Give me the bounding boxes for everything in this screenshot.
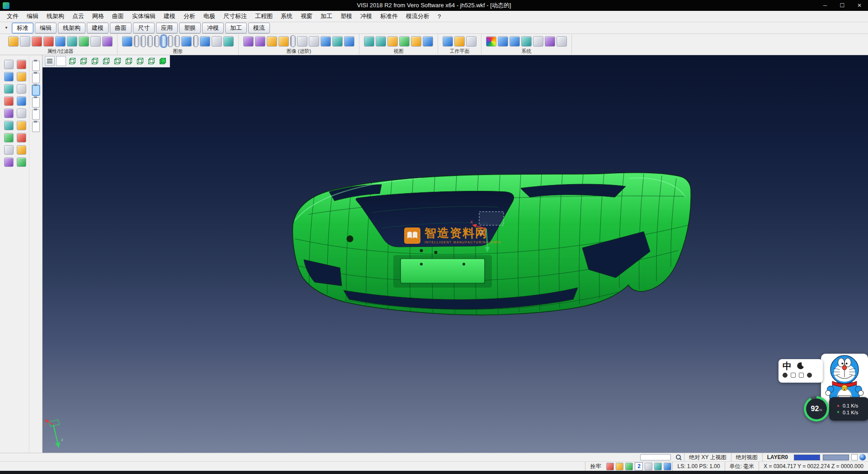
system-settings-icon[interactable] xyxy=(557,36,567,47)
clipboard-slot-4[interactable] xyxy=(32,97,40,108)
ime-settings-icon[interactable] xyxy=(807,373,812,378)
layer-bar-2-icon[interactable] xyxy=(141,35,146,47)
maximize-button[interactable]: ☐ xyxy=(834,0,851,11)
left-tool-measure-icon[interactable] xyxy=(4,133,14,142)
menu-item-点云[interactable]: 点云 xyxy=(68,11,88,21)
graphics-grid-icon[interactable] xyxy=(212,36,222,47)
view-cube-8-icon[interactable] xyxy=(146,56,156,66)
tab-建模[interactable]: 建模 xyxy=(87,23,108,33)
system-monitor-icon[interactable] xyxy=(509,36,520,47)
menu-item-工程图[interactable]: 工程图 xyxy=(251,11,277,21)
attribute-copy-icon[interactable] xyxy=(20,36,30,47)
left-tool-erase-icon[interactable] xyxy=(17,60,26,69)
hidden-line-view-icon[interactable] xyxy=(267,36,277,47)
stack-view-icon[interactable] xyxy=(297,36,307,47)
menu-item-分析[interactable]: 分析 xyxy=(179,11,199,21)
status-screen-icon[interactable] xyxy=(664,463,671,470)
tab-尺寸[interactable]: 尺寸 xyxy=(133,23,155,33)
left-tool-print3d-icon[interactable] xyxy=(4,109,14,118)
menu-item-电极[interactable]: 电极 xyxy=(199,11,219,21)
system-ramp-icon[interactable] xyxy=(545,36,555,47)
edge-view-icon[interactable] xyxy=(278,36,289,47)
status-cube-icon[interactable] xyxy=(654,463,662,470)
ime-mode-icon[interactable]: 2 xyxy=(635,462,643,470)
menu-item-文件[interactable]: 文件 xyxy=(3,11,23,21)
graphics-cells-icon[interactable] xyxy=(200,36,210,47)
menu-item-线架构[interactable]: 线架构 xyxy=(42,11,68,21)
view-cube-3-icon[interactable] xyxy=(90,56,100,66)
view-list-icon[interactable] xyxy=(45,56,55,66)
layer-manager-icon[interactable] xyxy=(102,36,113,47)
status-save-icon[interactable] xyxy=(616,463,623,470)
selection-box-icon[interactable] xyxy=(67,36,77,47)
tab-冲模[interactable]: 冲模 xyxy=(202,23,224,33)
clipboard-slot-1[interactable] xyxy=(32,61,40,71)
clipboard-slot-6[interactable] xyxy=(32,122,40,132)
element-filter-off-icon[interactable] xyxy=(43,36,54,47)
workplane-axes-icon[interactable] xyxy=(454,36,465,47)
pan-view-icon[interactable] xyxy=(364,36,374,47)
secondary-color-swatch[interactable] xyxy=(823,455,849,460)
status-printer-icon[interactable] xyxy=(645,463,652,470)
view-blank-icon[interactable] xyxy=(56,56,66,66)
tab-模流[interactable]: 模流 xyxy=(248,23,270,33)
explode-view-icon[interactable] xyxy=(344,36,354,47)
left-tool-history-icon[interactable] xyxy=(17,145,26,155)
menu-item-冲模[interactable]: 冲模 xyxy=(356,11,376,21)
tab-线架构[interactable]: 线架构 xyxy=(58,23,85,33)
viewport-3d[interactable]: 智造资料网 INTELLIGENT MANUFACTURING DATA X Z xyxy=(42,55,868,453)
left-tool-curve-icon[interactable] xyxy=(4,84,14,94)
menu-item-视窗[interactable]: 视窗 xyxy=(297,11,316,21)
search-icon[interactable] xyxy=(675,454,682,460)
zoom-view-icon[interactable] xyxy=(376,36,386,47)
section-view-icon[interactable] xyxy=(332,36,343,47)
menu-item-网格[interactable]: 网格 xyxy=(88,11,108,21)
network-speed-panel[interactable]: ▲ 0.1 K/s ▼ 0.1 K/s xyxy=(829,397,868,421)
ime-emoji-icon[interactable] xyxy=(783,373,788,378)
view-cube-2-icon[interactable] xyxy=(79,56,89,66)
view-cube-1-icon[interactable] xyxy=(67,56,77,66)
workplane-grid-icon[interactable] xyxy=(466,36,476,47)
tab-dropdown-button[interactable]: ▼ xyxy=(2,24,10,32)
wireframe-view-icon[interactable] xyxy=(255,36,265,47)
clipboard-slot-2[interactable] xyxy=(32,73,40,83)
light-lamp-icon[interactable] xyxy=(411,36,421,47)
view-mode-indicator[interactable]: 绝对 XY 上视图 xyxy=(684,453,731,461)
tab-塑膜[interactable]: 塑膜 xyxy=(179,23,201,33)
status-mini-toggle[interactable] xyxy=(851,454,858,460)
quick-pick-icon[interactable] xyxy=(79,36,89,47)
menu-item-曲面[interactable]: 曲面 xyxy=(108,11,128,21)
layer-bar-6-icon[interactable] xyxy=(175,35,180,47)
menu-item-实体编辑[interactable]: 实体编辑 xyxy=(128,11,160,21)
license-plate-area[interactable] xyxy=(401,259,485,283)
status-image-icon[interactable] xyxy=(625,463,633,470)
left-tool-sphere-icon[interactable] xyxy=(4,121,14,130)
ime-toolbox-icon[interactable] xyxy=(799,373,804,378)
graphics-strand-icon[interactable] xyxy=(223,36,234,47)
layer-bar-5-icon[interactable] xyxy=(168,35,173,47)
left-tool-pin-icon[interactable] xyxy=(17,133,26,142)
resource-percent-badge[interactable]: 92 % xyxy=(804,396,829,422)
left-tool-copy-icon[interactable] xyxy=(17,84,26,94)
ime-toolbar[interactable]: 中 xyxy=(778,359,823,383)
system-sparkle-icon[interactable] xyxy=(533,36,543,47)
view-cube-9-icon[interactable] xyxy=(158,56,168,66)
active-layer-indicator[interactable]: LAYER0 xyxy=(762,453,793,461)
system-globe-icon[interactable] xyxy=(498,36,508,47)
left-tool-pencil-icon[interactable] xyxy=(17,72,26,81)
snap-lock-indicator[interactable]: 拴牢 xyxy=(585,462,605,471)
minimize-button[interactable]: ─ xyxy=(816,0,834,11)
view-cube-7-icon[interactable] xyxy=(135,56,145,66)
moon-icon[interactable] xyxy=(797,362,804,370)
target-view-icon[interactable] xyxy=(399,36,410,47)
menu-item-?[interactable]: ? xyxy=(434,12,445,21)
previous-view-icon[interactable] xyxy=(423,36,433,47)
system-matrix-icon[interactable] xyxy=(521,36,532,47)
menu-item-塑模[interactable]: 塑模 xyxy=(336,11,356,21)
color-table-icon[interactable] xyxy=(486,36,496,47)
left-tool-sheet-icon[interactable] xyxy=(17,109,26,118)
view-reference-indicator[interactable]: 绝对视图 xyxy=(731,453,762,461)
tab-曲面[interactable]: 曲面 xyxy=(110,23,132,33)
tab-加工[interactable]: 加工 xyxy=(225,23,247,33)
clipboard-slot-5[interactable] xyxy=(32,109,40,120)
